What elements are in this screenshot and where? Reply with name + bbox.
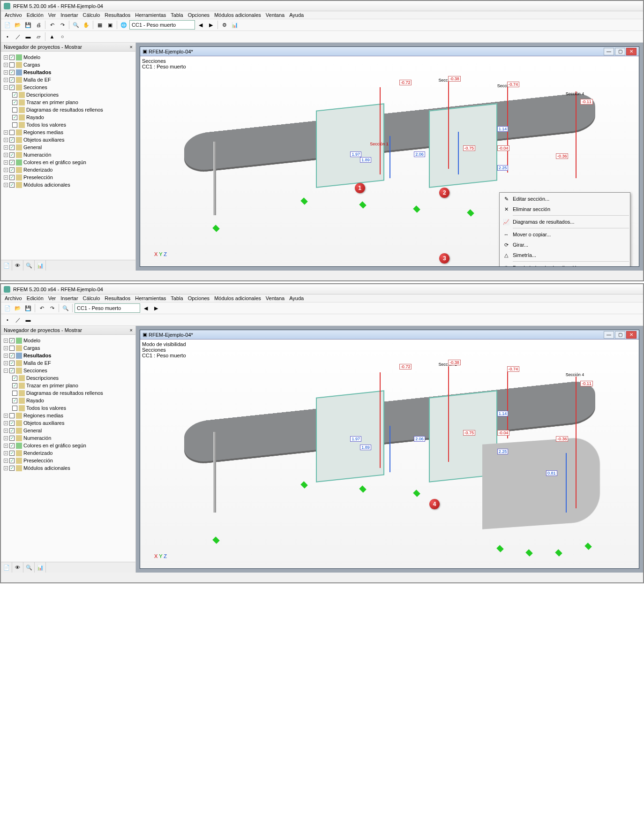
info-line1: Secciones xyxy=(142,58,637,64)
menu-herramientas[interactable]: Herramientas xyxy=(135,12,166,18)
node-icon[interactable]: • xyxy=(3,32,12,41)
support-icon xyxy=(413,205,420,213)
value-label: 2.06 xyxy=(414,151,425,157)
menu-bar[interactable]: Archivo Edición Ver Insertar Cálculo Res… xyxy=(1,11,643,19)
value-label: -0.72 xyxy=(399,80,412,85)
viewport[interactable]: Secciones CC1 : Peso muerto xyxy=(140,56,639,266)
support-icon[interactable]: ▲ xyxy=(47,32,57,41)
maximize-button[interactable]: ▢ xyxy=(615,48,625,55)
support-icon xyxy=(467,209,474,217)
ctx-display-props[interactable]: ⚙Propiedades de visualización... xyxy=(501,263,629,266)
prev-icon[interactable]: ◀ xyxy=(196,20,205,30)
print-icon[interactable]: 🖨 xyxy=(34,20,43,30)
menu-modulos[interactable]: Módulos adicionales xyxy=(214,12,261,18)
app-icon xyxy=(4,3,10,9)
calc-icon[interactable]: ⚙ xyxy=(220,20,229,30)
callout-3: 3 xyxy=(439,253,449,264)
menu-calculo[interactable]: Cálculo xyxy=(83,12,100,18)
expander-icon[interactable]: + xyxy=(4,55,8,60)
loadcase-combo[interactable]: CC1 - Peso muerto xyxy=(129,20,195,30)
app-window-1: RFEM 5.20.00 x64 - RFEM-Ejemplo-04 Archi… xyxy=(0,0,644,281)
title-bar: RFEM 5.20.00 x64 - RFEM-Ejemplo-04 xyxy=(1,1,643,11)
snap-icon[interactable]: ▣ xyxy=(105,20,115,30)
menu-tabla[interactable]: Tabla xyxy=(171,12,183,18)
menu-bar[interactable]: ArchivoEdiciónVerInsertarCálculoResultad… xyxy=(1,294,643,302)
close-button[interactable]: ✕ xyxy=(626,331,637,339)
value-label: -0.36 xyxy=(556,153,569,159)
section-label: Sección 4 xyxy=(566,91,584,96)
next-icon[interactable]: ▶ xyxy=(206,20,216,30)
nav-title: Navegador de proyectos - Mostrar xyxy=(4,44,82,50)
section-label: Sección 1 xyxy=(370,142,389,146)
menu-edicion[interactable]: Edición xyxy=(27,12,44,18)
doc-title: RFEM-Ejemplo-04* xyxy=(149,49,193,54)
line-icon[interactable]: ／ xyxy=(13,32,22,41)
open-icon[interactable]: 📂 xyxy=(13,20,22,30)
close-button[interactable]: ✕ xyxy=(626,48,637,55)
value-label: 1.14 xyxy=(497,126,509,132)
tab-data-icon[interactable]: 📄 xyxy=(1,260,12,271)
model-3d[interactable]: Sección 2 Sección 4 -0.72 -0.38 -0.74 -0… xyxy=(145,351,634,564)
context-menu[interactable]: ✎Editar sección... ✕Eliminar sección 📈Di… xyxy=(499,192,630,266)
menu-opciones[interactable]: Opciones xyxy=(188,12,210,18)
pan-icon[interactable]: ✋ xyxy=(82,20,91,30)
tab-results-icon[interactable]: 📊 xyxy=(35,260,46,271)
hinge-icon[interactable]: ○ xyxy=(58,32,67,41)
viewport-2[interactable]: Modo de visibilidad Secciones CC1 : Peso… xyxy=(140,340,639,568)
value-label: -0.38 xyxy=(448,76,461,82)
value-label: 2.25 xyxy=(497,165,509,171)
toolbar-2: • ／ ▬ ▱ ▲ ○ xyxy=(1,31,643,43)
value-label: 1.97 xyxy=(350,151,361,157)
ctx-result-diagrams[interactable]: 📈Diagramas de resultados... xyxy=(501,217,629,227)
maximize-button[interactable]: ▢ xyxy=(615,331,625,339)
new-icon[interactable]: 📄 xyxy=(3,20,12,30)
app-title: RFEM 5.20.00 x64 - RFEM-Ejemplo-04 xyxy=(13,3,103,9)
minimize-button[interactable]: — xyxy=(604,48,614,55)
menu-ver[interactable]: Ver xyxy=(48,12,56,18)
ctx-mirror[interactable]: △Simetría... xyxy=(501,250,629,260)
undo-icon[interactable]: ↶ xyxy=(47,20,57,30)
nav-tabs[interactable]: 📄 👁 🔍 📊 xyxy=(1,260,135,271)
member-icon[interactable]: ▬ xyxy=(23,32,33,41)
diagram-icon: 📈 xyxy=(502,218,510,226)
rotate-icon: ⟳ xyxy=(502,241,510,249)
tree[interactable]: +Modelo +Cargas +Resultados +Malla de EF… xyxy=(1,52,135,260)
menu-insertar[interactable]: Insertar xyxy=(60,12,78,18)
minimize-button[interactable]: — xyxy=(604,331,614,339)
surface-icon[interactable]: ▱ xyxy=(34,32,43,41)
zoom-icon[interactable]: 🔍 xyxy=(71,20,81,30)
value-label: -0.75 xyxy=(463,145,476,151)
menu-ayuda[interactable]: Ayuda xyxy=(289,12,304,18)
callout-4: 4 xyxy=(429,499,440,509)
support-icon xyxy=(300,197,308,205)
tab-views-icon[interactable]: 🔍 xyxy=(23,260,35,271)
menu-archivo[interactable]: Archivo xyxy=(5,12,22,18)
column[interactable] xyxy=(213,142,216,215)
menu-ventana[interactable]: Ventana xyxy=(266,12,285,18)
save-icon[interactable]: 💾 xyxy=(23,20,33,30)
properties-icon: ⚙ xyxy=(502,264,510,266)
grid-icon[interactable]: ▦ xyxy=(95,20,105,30)
results-icon[interactable]: 📊 xyxy=(230,20,240,30)
ctx-edit-section[interactable]: ✎Editar sección... xyxy=(501,194,629,204)
world-icon[interactable]: 🌐 xyxy=(119,20,128,30)
app-window-2: RFEM 5.20.00 x64 - RFEM-Ejemplo-04 Archi… xyxy=(0,283,644,583)
section-1[interactable] xyxy=(380,87,381,174)
support-icon xyxy=(359,202,367,209)
section-4[interactable] xyxy=(576,91,577,179)
doc-icon: ▣ xyxy=(142,48,147,54)
move-icon: ↔ xyxy=(502,231,510,238)
axis-triad: X Y Z xyxy=(154,251,167,257)
workspace: ▣ RFEM-Ejemplo-04* — ▢ ✕ Secciones CC1 :… xyxy=(136,43,643,271)
mirror-icon: △ xyxy=(502,251,510,259)
nav-close-icon[interactable]: × xyxy=(130,44,133,50)
section-2[interactable] xyxy=(448,82,449,169)
value-label: 1.89 xyxy=(360,157,371,163)
redo-icon[interactable]: ↷ xyxy=(58,20,67,30)
menu-resultados[interactable]: Resultados xyxy=(105,12,130,18)
ctx-rotate[interactable]: ⟳Girar... xyxy=(501,240,629,250)
ctx-move-copy[interactable]: ↔Mover o copiar... xyxy=(501,229,629,240)
tab-display-icon[interactable]: 👁 xyxy=(12,260,23,271)
checkbox[interactable] xyxy=(9,55,15,60)
ctx-delete-section[interactable]: ✕Eliminar sección xyxy=(501,204,629,214)
